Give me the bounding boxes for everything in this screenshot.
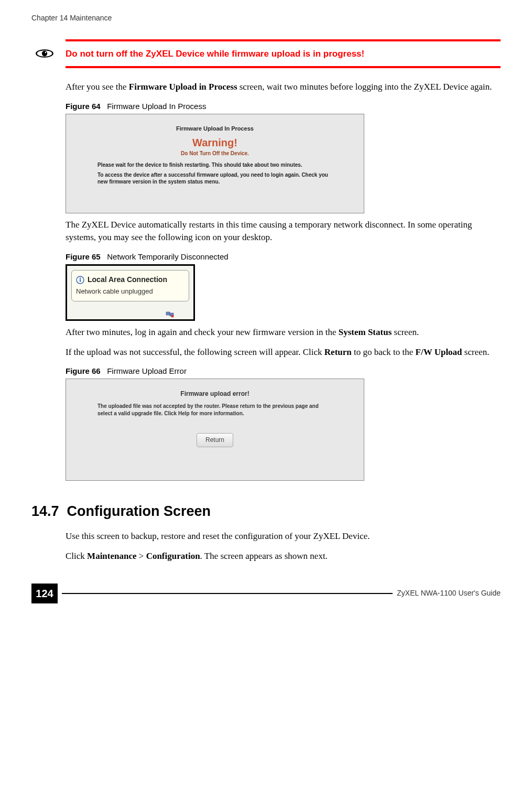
important-alert-block: Do not turn off the ZyXEL Device while f… [31,39,501,69]
text: Click [66,551,87,561]
screenshot-error-msg: The uploaded file was not accepted by th… [97,403,332,417]
text: . The screen appears as shown next. [200,551,328,561]
section-heading: 14.7 Configuration Screen [31,502,501,522]
paragraph-3: After two minutes, log in again and chec… [66,326,501,339]
divider-bottom [66,66,501,68]
page-header: Chapter 14 Maintenance [31,13,501,24]
text-bold: F/W Upload [416,347,462,357]
eye-icon [34,47,55,60]
screenshot-error-title: Firmware upload error! [97,390,332,398]
balloon-title: Local Area Connection [88,275,167,285]
text: screen, wait two minutes before logging … [237,82,492,92]
text-bold: Maintenance [87,551,136,561]
figure-64-label: Figure 64 Firmware Upload In Process [66,101,501,112]
figure-caption: Firmware Upload Error [107,366,187,375]
screenshot-msg2: To access the device after a successful … [97,171,332,185]
section-number: 14.7 [31,503,59,519]
page-number: 124 [31,584,58,603]
paragraph-4: If the upload was not successful, the fo… [66,346,501,359]
text: After you see the [66,82,129,92]
text: After two minutes, log in again and chec… [66,327,339,337]
return-button[interactable]: Return [197,433,233,447]
screenshot-firmware-upload-process: Firmware Upload In Process Warning! Do N… [66,114,364,213]
footer-guide-name: ZyXEL NWA-1100 User's Guide [397,588,501,599]
section-title: Configuration Screen [67,503,211,519]
network-tray-icon [166,310,175,318]
text: If the upload was not successful, the fo… [66,347,324,357]
screenshot-warning: Warning! [97,135,332,150]
paragraph-1: After you see the Firmware Upload in Pro… [66,81,501,93]
paragraph-5: Use this screen to backup, restore and r… [66,530,501,543]
figure-65-label: Figure 65 Network Temporarily Disconnect… [66,251,501,262]
text: screen. [462,347,490,357]
screenshot-firmware-upload-error: Firmware upload error! The uploaded file… [66,379,364,481]
svg-rect-7 [166,312,170,315]
balloon-tooltip: Local Area Connection Network cable unpl… [71,270,189,301]
balloon-msg: Network cable unplugged [76,287,184,296]
text-bold: Configuration [146,551,200,561]
screenshot-warning-sub: Do Not Turn Off the Device. [97,150,332,157]
figure-number: Figure 64 [66,102,101,111]
figure-66-label: Figure 66 Firmware Upload Error [66,365,501,376]
text-bold: Firmware Upload in Process [129,82,237,92]
screenshot-msg1: Please wait for the device to finish res… [97,161,332,168]
svg-point-2 [42,51,47,56]
text: to go back to the [352,347,416,357]
text: screen. [392,327,419,337]
page-footer: 124 ZyXEL NWA-1100 User's Guide [31,584,501,603]
svg-point-5 [80,277,81,278]
figure-caption: Network Temporarily Disconnected [107,252,228,261]
screenshot-network-disconnected: Local Area Connection Network cable unpl… [66,264,195,321]
screenshot-title: Firmware Upload In Process [97,125,332,133]
figure-number: Figure 65 [66,252,101,261]
footer-divider [62,593,393,594]
text-bold: Return [324,347,352,357]
svg-point-3 [45,52,47,53]
figure-number: Figure 66 [66,366,101,375]
text: > [137,551,146,561]
text-bold: System Status [339,327,392,337]
figure-caption: Firmware Upload In Process [107,102,206,111]
paragraph-2: The ZyXEL Device automatically restarts … [66,219,501,244]
info-icon [76,276,84,284]
paragraph-6: Click Maintenance > Configuration. The s… [66,550,501,563]
svg-rect-6 [80,279,81,282]
alert-text: Do not turn off the ZyXEL Device while f… [66,41,364,67]
